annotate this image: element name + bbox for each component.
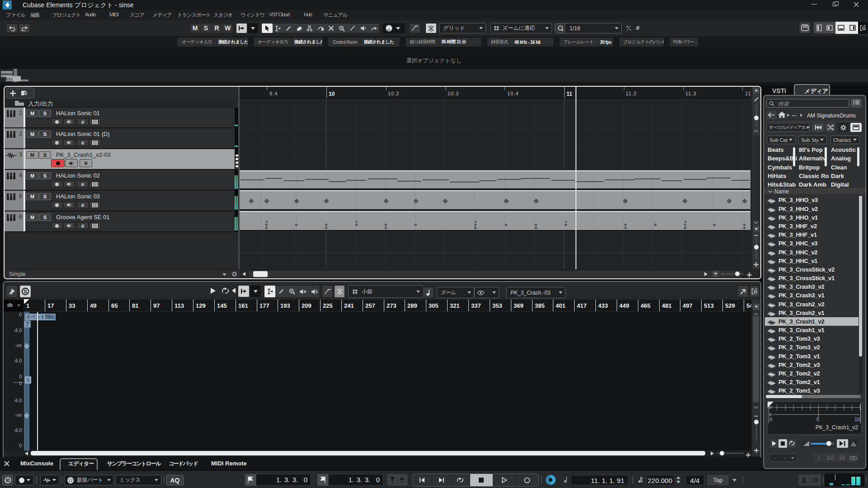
svg-text:S: S bbox=[24, 289, 27, 294]
